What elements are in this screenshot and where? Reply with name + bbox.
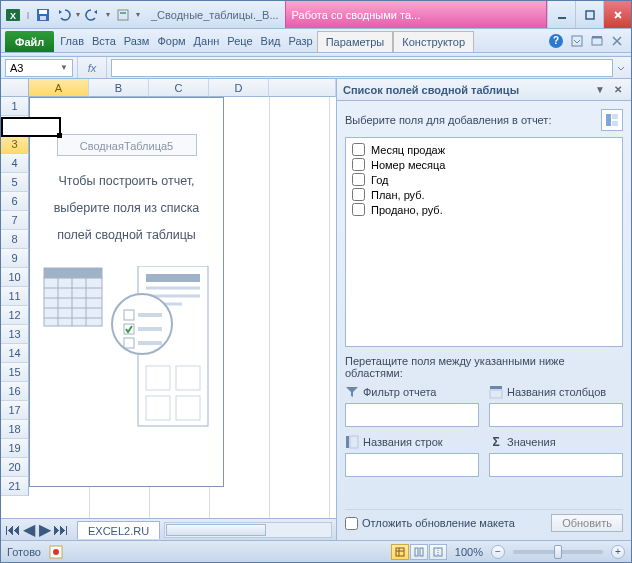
qat-dd[interactable]: ▾ — [75, 10, 81, 19]
row-header[interactable]: 12 — [1, 306, 29, 325]
field-item: Номер месяца — [350, 157, 618, 172]
tab-layout[interactable]: Разм — [120, 29, 154, 52]
row-header[interactable]: 8 — [1, 230, 29, 249]
col-header-next[interactable] — [269, 79, 336, 97]
row-header[interactable]: 15 — [1, 363, 29, 382]
zoom-out-button[interactable]: − — [491, 545, 505, 559]
zoom-slider[interactable] — [513, 550, 603, 554]
row-header[interactable]: 13 — [1, 325, 29, 344]
qat-custom-icon[interactable] — [115, 7, 131, 23]
row-header[interactable]: 1 — [1, 97, 29, 116]
column-headers: A B C D — [29, 79, 336, 97]
zoom-thumb[interactable] — [554, 545, 562, 559]
close-button[interactable] — [603, 1, 631, 28]
area-vals-box[interactable] — [489, 453, 623, 477]
row-header[interactable]: 17 — [1, 401, 29, 420]
sheet-nav-first-icon[interactable]: ⏮ — [5, 522, 21, 538]
sheet-nav-last-icon[interactable]: ⏭ — [53, 522, 69, 538]
area-filter-box[interactable] — [345, 403, 479, 427]
hscroll-thumb[interactable] — [166, 524, 266, 536]
area-cols-box[interactable] — [489, 403, 623, 427]
undo-icon[interactable] — [55, 7, 71, 23]
excel-icon[interactable]: X — [5, 7, 21, 23]
name-box[interactable]: A3 ▼ — [5, 59, 73, 77]
defer-update-checkbox[interactable]: Отложить обновление макета — [345, 517, 515, 530]
name-box-dropdown-icon[interactable]: ▼ — [60, 63, 68, 72]
tab-view[interactable]: Вид — [257, 29, 285, 52]
row-header[interactable]: 11 — [1, 287, 29, 306]
ribbon-min-icon[interactable] — [571, 35, 583, 47]
svg-rect-43 — [350, 436, 358, 448]
select-all-corner[interactable] — [1, 79, 29, 97]
workbook-window-icon[interactable] — [591, 35, 603, 47]
active-cell[interactable] — [1, 117, 61, 137]
zoom-in-button[interactable]: + — [611, 545, 625, 559]
fields-list[interactable]: Месяц продаж Номер месяца Год План, руб.… — [345, 137, 623, 347]
row-header[interactable]: 3 — [1, 135, 29, 154]
view-normal-button[interactable] — [391, 544, 409, 560]
sheet-nav-next-icon[interactable]: ▶ — [37, 522, 53, 538]
formula-input[interactable] — [111, 59, 613, 77]
workbook-close-icon[interactable] — [611, 35, 623, 47]
qat-more[interactable]: ▾ — [135, 10, 141, 19]
area-rows-box[interactable] — [345, 453, 479, 477]
maximize-button[interactable] — [575, 1, 603, 28]
col-header-C[interactable]: C — [149, 79, 209, 97]
pivot-placeholder[interactable]: СводнаяТаблица5 Чтобы построить отчет, в… — [29, 97, 224, 487]
field-checkbox[interactable] — [352, 188, 365, 201]
tab-data[interactable]: Данн — [190, 29, 224, 52]
svg-rect-5 — [118, 10, 128, 20]
redo-icon[interactable] — [85, 7, 101, 23]
tab-file[interactable]: Файл — [5, 31, 54, 52]
help-icon[interactable]: ? — [549, 34, 563, 48]
row-header[interactable]: 18 — [1, 420, 29, 439]
row-header[interactable]: 10 — [1, 268, 29, 287]
pane-menu-icon[interactable]: ▼ — [593, 83, 607, 97]
grid[interactable]: A B C D 1 2 3 4 5 6 7 8 9 10 11 — [1, 79, 336, 518]
field-checkbox[interactable] — [352, 173, 365, 186]
defer-checkbox[interactable] — [345, 517, 358, 530]
minimize-button[interactable] — [547, 1, 575, 28]
qat-dd2[interactable]: ▾ — [105, 10, 111, 19]
fx-icon[interactable]: fx — [77, 57, 107, 78]
macro-record-icon[interactable] — [49, 545, 63, 559]
row-header[interactable]: 5 — [1, 173, 29, 192]
col-header-B[interactable]: B — [89, 79, 149, 97]
row-header[interactable]: 19 — [1, 439, 29, 458]
area-filter-head: Фильтр отчета — [345, 385, 479, 399]
formula-bar-expand-icon[interactable] — [613, 62, 629, 74]
tab-developer[interactable]: Разр — [285, 29, 317, 52]
tab-formulas[interactable]: Форм — [153, 29, 189, 52]
field-item: Год — [350, 172, 618, 187]
tab-review[interactable]: Реце — [223, 29, 256, 52]
horizontal-scrollbar[interactable] — [164, 522, 332, 538]
sheet-tab[interactable]: EXCEL2.RU — [77, 521, 160, 539]
col-header-A[interactable]: A — [29, 79, 89, 97]
tab-home[interactable]: Глав — [56, 29, 88, 52]
row-header[interactable]: 7 — [1, 211, 29, 230]
field-checkbox[interactable] — [352, 203, 365, 216]
sheet-nav-prev-icon[interactable]: ◀ — [21, 522, 37, 538]
row-header[interactable]: 16 — [1, 382, 29, 401]
save-icon[interactable] — [35, 7, 51, 23]
status-bar: Готово 100% − + — [1, 540, 631, 562]
view-page-break-button[interactable] — [429, 544, 447, 560]
tab-insert[interactable]: Вста — [88, 29, 120, 52]
view-page-layout-button[interactable] — [410, 544, 428, 560]
svg-rect-11 — [592, 36, 602, 38]
update-button[interactable]: Обновить — [551, 514, 623, 532]
pane-close-icon[interactable]: ✕ — [611, 83, 625, 97]
field-checkbox[interactable] — [352, 143, 365, 156]
row-header[interactable]: 6 — [1, 192, 29, 211]
layout-options-button[interactable] — [601, 109, 623, 131]
row-header[interactable]: 21 — [1, 477, 29, 496]
row-header[interactable]: 9 — [1, 249, 29, 268]
tab-options[interactable]: Параметры — [317, 31, 394, 52]
zoom-level[interactable]: 100% — [455, 546, 483, 558]
tab-design[interactable]: Конструктор — [393, 31, 474, 52]
row-header[interactable]: 20 — [1, 458, 29, 477]
row-header[interactable]: 4 — [1, 154, 29, 173]
row-header[interactable]: 14 — [1, 344, 29, 363]
col-header-D[interactable]: D — [209, 79, 269, 97]
field-checkbox[interactable] — [352, 158, 365, 171]
